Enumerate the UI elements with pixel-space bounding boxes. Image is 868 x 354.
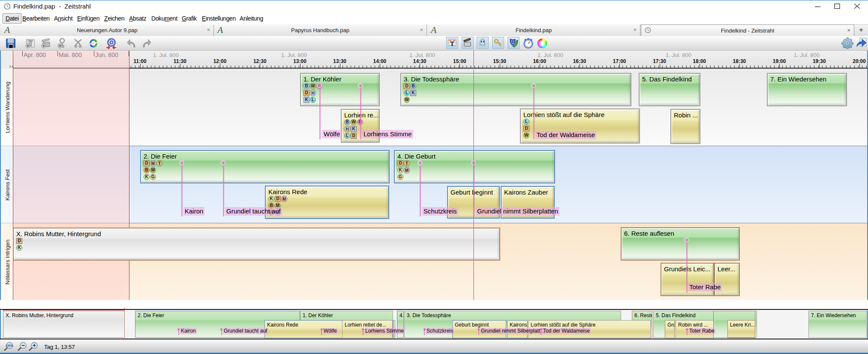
svg-text:T: T	[405, 161, 408, 166]
svg-text:T: T	[158, 161, 161, 166]
svg-text:H: H	[311, 91, 314, 96]
svg-text:M: M	[405, 168, 408, 173]
svg-text:H: H	[345, 127, 348, 132]
svg-text:100%: 100%	[6, 344, 14, 347]
svg-text:M: M	[282, 197, 286, 201]
svg-text:M: M	[151, 161, 155, 166]
